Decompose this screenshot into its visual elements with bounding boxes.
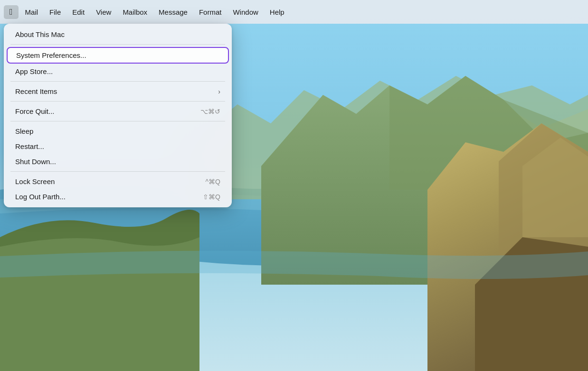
force-quit-shortcut: ⌥⌘↺: [200, 108, 220, 115]
menubar-item-help[interactable]: Help: [265, 6, 289, 18]
menu-item-force-quit[interactable]: Force Quit... ⌥⌘↺: [7, 104, 229, 119]
menu-item-about[interactable]: About This Mac: [7, 27, 229, 42]
menu-item-restart[interactable]: Restart...: [7, 139, 229, 154]
menu-item-system-prefs-label: System Preferences...: [16, 51, 86, 59]
menu-item-lock-screen[interactable]: Lock Screen ^⌘Q: [7, 174, 229, 189]
menu-item-sleep[interactable]: Sleep: [7, 124, 229, 139]
divider-1: [10, 44, 225, 45]
menu-item-recent-items-label: Recent Items: [15, 87, 57, 95]
divider-5: [10, 171, 225, 172]
divider-4: [10, 121, 225, 121]
menubar:  Mail File Edit View Mailbox Message Fo…: [0, 0, 588, 24]
menu-item-lock-screen-label: Lock Screen: [15, 177, 55, 186]
logout-shortcut: ⇧⌘Q: [203, 193, 220, 201]
menu-item-restart-label: Restart...: [15, 142, 44, 150]
menu-item-system-prefs[interactable]: System Preferences...: [7, 47, 229, 64]
menubar-item-window[interactable]: Window: [228, 6, 263, 18]
menu-item-shutdown-label: Shut Down...: [15, 158, 56, 166]
lock-screen-shortcut: ^⌘Q: [206, 178, 220, 186]
chevron-right-icon: ›: [218, 88, 220, 95]
menu-item-logout[interactable]: Log Out Parth... ⇧⌘Q: [7, 189, 229, 204]
menu-item-app-store[interactable]: App Store...: [7, 64, 229, 79]
menu-item-shutdown[interactable]: Shut Down...: [7, 154, 229, 169]
menu-item-about-label: About This Mac: [15, 30, 65, 38]
menubar-item-edit[interactable]: Edit: [67, 6, 89, 18]
menu-item-sleep-label: Sleep: [15, 127, 33, 135]
menubar-item-mailbox[interactable]: Mailbox: [118, 6, 152, 18]
menu-item-recent-items[interactable]: Recent Items ›: [7, 84, 229, 99]
menu-item-app-store-label: App Store...: [15, 67, 53, 75]
divider-3: [10, 101, 225, 102]
menubar-item-view[interactable]: View: [91, 6, 116, 18]
menubar-item-message[interactable]: Message: [154, 6, 192, 18]
apple-dropdown-menu: About This Mac System Preferences... App…: [4, 24, 232, 207]
menu-item-force-quit-label: Force Quit...: [15, 107, 55, 115]
menubar-item-mail[interactable]: Mail: [20, 6, 43, 18]
menubar-item-file[interactable]: File: [45, 6, 66, 18]
menubar-item-format[interactable]: Format: [194, 6, 227, 18]
divider-2: [10, 81, 225, 82]
apple-menu-button[interactable]: : [4, 5, 19, 19]
menu-item-logout-label: Log Out Parth...: [15, 193, 66, 201]
